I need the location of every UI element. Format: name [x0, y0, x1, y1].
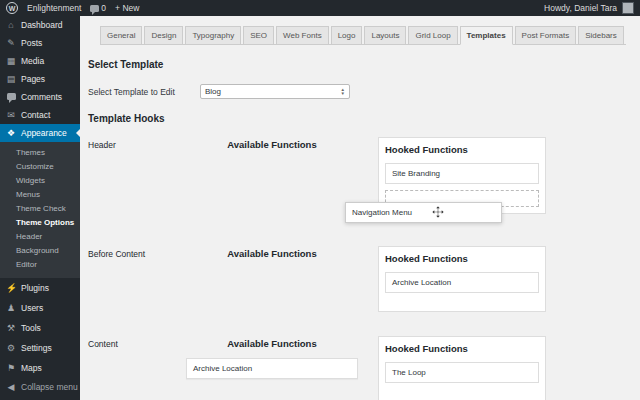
- sidebar-item-dashboard[interactable]: ⌂ Dashboard: [0, 16, 80, 34]
- dragging-item[interactable]: Navigation Menu: [345, 202, 502, 223]
- tab-general[interactable]: General: [100, 26, 142, 45]
- admin-sidebar: ⌂ Dashboard ✎ Posts ▦ Media ▤ Pages Comm…: [0, 16, 80, 400]
- sidebar-item-maps[interactable]: ⚑ Maps: [0, 358, 80, 378]
- tab-seo[interactable]: SEO: [243, 26, 274, 45]
- hook-section-label: Before Content: [88, 246, 186, 259]
- tab-post-formats[interactable]: Post Formats: [515, 26, 577, 45]
- move-cursor-icon: [432, 206, 444, 218]
- hooked-functions-title: Hooked Functions: [385, 253, 539, 264]
- tab-logo[interactable]: Logo: [331, 26, 363, 45]
- comments-icon: [6, 93, 16, 102]
- tab-design[interactable]: Design: [144, 26, 183, 45]
- sidebar-item-appearance[interactable]: ❖ Appearance: [0, 124, 80, 142]
- admin-bar: W Enlightenment 0 + New Howdy, Daniel Ta…: [0, 0, 640, 16]
- sidebar-item-label: Media: [21, 56, 44, 66]
- comments-bubble-icon: [90, 5, 99, 12]
- maps-icon: ⚑: [6, 364, 16, 373]
- contact-icon: ✉: [6, 111, 16, 120]
- select-template-row: Select Template to Edit Blog ▲▼: [88, 84, 626, 99]
- appearance-submenu: Themes Customize Widgets Menus Theme Che…: [0, 142, 80, 278]
- tab-sidebars[interactable]: Sidebars: [578, 26, 624, 45]
- tab-layouts[interactable]: Layouts: [364, 26, 406, 45]
- collapse-menu-button[interactable]: ◀ Collapse menu: [0, 378, 80, 396]
- submenu-item-theme-check[interactable]: Theme Check: [0, 201, 80, 215]
- tab-templates[interactable]: Templates: [460, 26, 513, 45]
- available-function-item[interactable]: Archive Location: [186, 358, 358, 379]
- template-hooks-heading: Template Hooks: [88, 113, 626, 124]
- available-functions-title: Available Functions: [186, 338, 358, 349]
- submenu-item-editor[interactable]: Editor: [0, 257, 80, 271]
- sidebar-item-pages[interactable]: ▤ Pages: [0, 70, 80, 88]
- available-functions-title: Available Functions: [186, 248, 358, 259]
- pages-icon: ▤: [6, 75, 16, 84]
- available-functions-title: Available Functions: [186, 139, 358, 150]
- tab-web-fonts[interactable]: Web Fonts: [276, 26, 329, 45]
- collapse-menu-label: Collapse menu: [21, 382, 78, 392]
- dragging-item-label: Navigation Menu: [352, 208, 412, 217]
- sidebar-item-tools[interactable]: ⚒ Tools: [0, 318, 80, 338]
- sidebar-item-media[interactable]: ▦ Media: [0, 52, 80, 70]
- howdy-account-link[interactable]: Howdy, Daniel Tara: [544, 3, 617, 13]
- hooked-function-item[interactable]: Archive Location: [385, 272, 539, 293]
- admin-bar-comments[interactable]: 0: [90, 3, 106, 13]
- hooked-functions-box: Hooked Functions Archive Location: [378, 246, 546, 312]
- template-select-value: Blog: [205, 87, 221, 96]
- sidebar-item-label: Dashboard: [21, 20, 63, 30]
- site-name-link[interactable]: Enlightenment: [27, 3, 81, 13]
- sidebar-item-posts[interactable]: ✎ Posts: [0, 34, 80, 52]
- sidebar-item-label: Plugins: [21, 283, 49, 293]
- sidebar-item-label: Settings: [21, 343, 52, 353]
- submenu-item-theme-options[interactable]: Theme Options: [0, 215, 80, 229]
- sidebar-item-settings[interactable]: ⚙ Settings: [0, 338, 80, 358]
- hook-section-before-content: Before Content Available Functions Hooke…: [88, 246, 626, 312]
- submenu-item-background[interactable]: Background: [0, 243, 80, 257]
- hook-section-label: Header: [88, 137, 186, 150]
- tab-typography[interactable]: Typography: [185, 26, 241, 45]
- collapse-arrow-icon: ◀: [6, 383, 16, 392]
- wordpress-admin: { "colors": { "admin_accent": "#0073aa",…: [0, 0, 640, 400]
- submenu-item-themes[interactable]: Themes: [0, 145, 80, 159]
- sidebar-item-label: Posts: [21, 38, 42, 48]
- hooked-function-item[interactable]: Site Branding: [385, 163, 539, 184]
- theme-options-tabs: General Design Typography SEO Web Fonts …: [100, 26, 626, 45]
- sidebar-item-label: Users: [21, 303, 43, 313]
- available-functions-column: Available Functions: [186, 137, 358, 150]
- sidebar-item-label: Pages: [21, 74, 45, 84]
- sidebar-item-contact[interactable]: ✉ Contact: [0, 106, 80, 124]
- available-functions-column: Available Functions Archive Location: [186, 336, 358, 379]
- sidebar-item-label: Contact: [21, 110, 50, 120]
- hooked-functions-title: Hooked Functions: [385, 144, 539, 155]
- plugins-icon: ⚡: [6, 284, 16, 293]
- hooked-function-item[interactable]: The Loop: [385, 362, 539, 383]
- sidebar-item-label: Maps: [21, 363, 42, 373]
- hooked-functions-title: Hooked Functions: [385, 343, 539, 354]
- submenu-item-header[interactable]: Header: [0, 229, 80, 243]
- select-arrows-icon: ▲▼: [341, 88, 345, 95]
- sidebar-item-label: Tools: [21, 323, 41, 333]
- appearance-icon: ❖: [6, 129, 16, 138]
- sidebar-item-plugins[interactable]: ⚡ Plugins: [0, 278, 80, 298]
- hook-section-content: Content Available Functions Archive Loca…: [88, 336, 626, 400]
- template-select[interactable]: Blog ▲▼: [200, 84, 350, 99]
- hook-section-label: Content: [88, 336, 186, 349]
- submenu-item-customize[interactable]: Customize: [0, 159, 80, 173]
- submenu-item-widgets[interactable]: Widgets: [0, 173, 80, 187]
- avatar[interactable]: [622, 2, 634, 14]
- tools-icon: ⚒: [6, 324, 16, 333]
- settings-icon: ⚙: [6, 344, 16, 353]
- sidebar-item-label: Comments: [21, 92, 62, 102]
- sidebar-item-users[interactable]: ♟ Users: [0, 298, 80, 318]
- select-template-label: Select Template to Edit: [88, 87, 200, 97]
- current-menu-arrow: [72, 129, 80, 137]
- submenu-item-menus[interactable]: Menus: [0, 187, 80, 201]
- sidebar-item-label: Appearance: [21, 128, 67, 138]
- select-template-heading: Select Template: [88, 59, 626, 70]
- wordpress-logo-icon[interactable]: W: [6, 2, 18, 14]
- available-functions-column: Available Functions: [186, 246, 358, 259]
- sidebar-item-comments[interactable]: Comments: [0, 88, 80, 106]
- new-content-button[interactable]: + New: [115, 3, 139, 13]
- users-icon: ♟: [6, 304, 16, 313]
- hooked-functions-box: Hooked Functions The Loop: [378, 336, 546, 400]
- tab-grid-loop[interactable]: Grid Loop: [408, 26, 457, 45]
- media-icon: ▦: [6, 57, 16, 66]
